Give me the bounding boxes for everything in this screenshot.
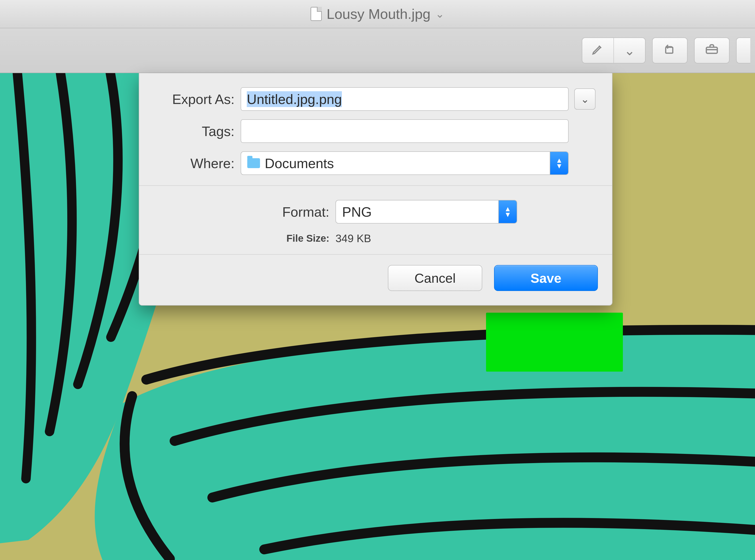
markup-split-button[interactable]: ⌄ [582, 38, 645, 63]
window-titlebar: Lousy Mouth.jpg ⌄ [0, 0, 755, 28]
folder-icon [247, 158, 260, 168]
chevron-down-icon: ⌄ [435, 7, 445, 20]
file-size-value: 349 KB [335, 232, 517, 245]
export-as-label: Export As: [153, 91, 241, 107]
chevron-down-icon: ⌄ [624, 43, 635, 58]
toolbar: ⌄ [0, 28, 755, 73]
tags-label: Tags: [153, 123, 241, 139]
toolbox-icon [704, 42, 719, 59]
rotate-button[interactable] [652, 38, 688, 63]
file-size-label: File Size: [234, 233, 335, 244]
markup-button[interactable] [582, 38, 614, 63]
toolbar-overflow-button[interactable] [736, 38, 750, 63]
app-window: Lousy Mouth.jpg ⌄ ⌄ [0, 0, 755, 560]
chevron-down-icon: ⌄ [581, 93, 589, 105]
cancel-button-label: Cancel [414, 271, 456, 286]
file-icon [310, 7, 322, 21]
pencil-icon [591, 42, 604, 59]
format-popup[interactable]: PNG ▲▼ [335, 200, 517, 223]
updown-stepper-icon: ▲▼ [498, 200, 517, 223]
export-as-input[interactable] [241, 87, 568, 111]
document-title-text: Lousy Mouth.jpg [327, 6, 430, 22]
save-button-label: Save [530, 271, 562, 286]
save-button[interactable]: Save [494, 265, 598, 291]
where-value: Documents [265, 155, 334, 171]
expand-save-panel-button[interactable]: ⌄ [574, 88, 596, 109]
rotate-icon [663, 42, 677, 59]
export-dialog: Export As: ⌄ Tags: Where: [139, 73, 613, 305]
where-label: Where: [153, 155, 241, 171]
cancel-button[interactable]: Cancel [388, 265, 482, 291]
markup-menu-button[interactable]: ⌄ [614, 38, 645, 63]
where-popup[interactable]: Documents ▲▼ [241, 152, 568, 175]
format-value: PNG [342, 204, 372, 220]
toolbox-button[interactable] [694, 38, 730, 63]
share-icon [741, 43, 745, 58]
updown-stepper-icon: ▲▼ [550, 152, 568, 175]
format-label: Format: [234, 204, 335, 220]
document-title[interactable]: Lousy Mouth.jpg ⌄ [310, 6, 444, 22]
tags-input[interactable] [241, 119, 568, 143]
tutorial-highlight [486, 313, 623, 372]
svg-rect-1 [666, 47, 673, 53]
